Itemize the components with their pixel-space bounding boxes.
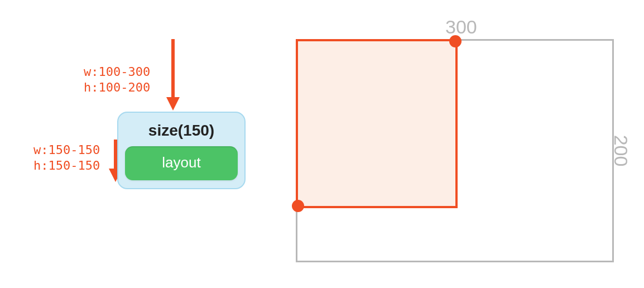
size-widget-title: size(150) <box>125 122 238 140</box>
inner-rect <box>296 39 458 208</box>
outer-rect: 300 200 <box>296 39 614 262</box>
layout-child-pill: layout <box>125 146 238 180</box>
svg-marker-1 <box>166 97 180 111</box>
arrow-down-icon <box>162 39 184 112</box>
handle-dot-icon <box>449 35 462 47</box>
outgoing-w: w:150-150 <box>33 142 100 158</box>
outgoing-h: h:150-150 <box>33 158 100 174</box>
outgoing-constraints-label: w:150-150 h:150-150 <box>33 142 100 173</box>
outer-rect-height-label: 200 <box>610 135 632 167</box>
incoming-constraints-label: w:100-300 h:100-200 <box>84 64 150 95</box>
incoming-h: h:100-200 <box>84 80 150 95</box>
size-illustration: 300 200 <box>279 17 636 279</box>
incoming-w: w:100-300 <box>84 64 150 80</box>
handle-dot-icon <box>292 200 304 212</box>
size-widget-box: size(150) layout <box>117 112 246 189</box>
outer-rect-width-label: 300 <box>445 16 477 38</box>
